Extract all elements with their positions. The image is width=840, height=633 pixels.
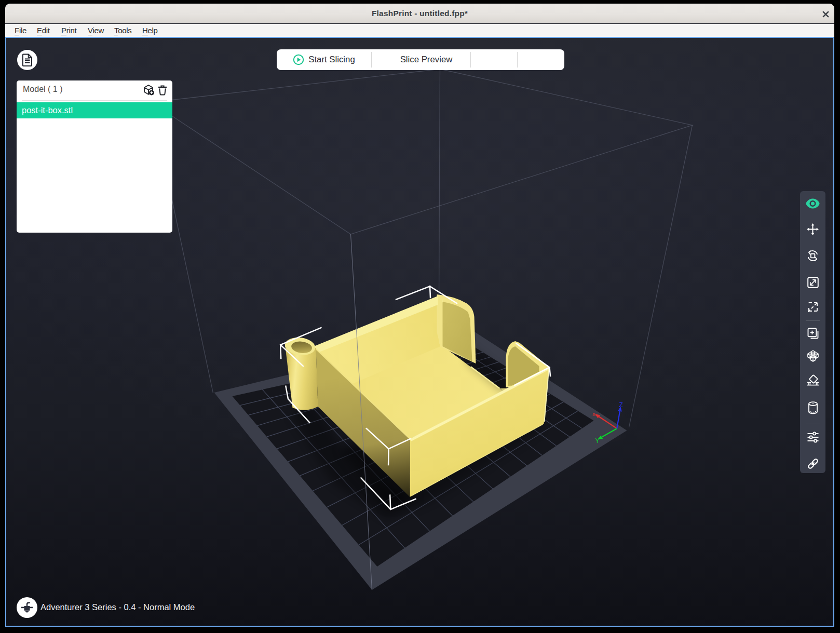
svg-text:x: x [592,411,595,417]
svg-text:Y: Y [595,437,599,445]
svg-text:Z: Z [619,401,622,409]
